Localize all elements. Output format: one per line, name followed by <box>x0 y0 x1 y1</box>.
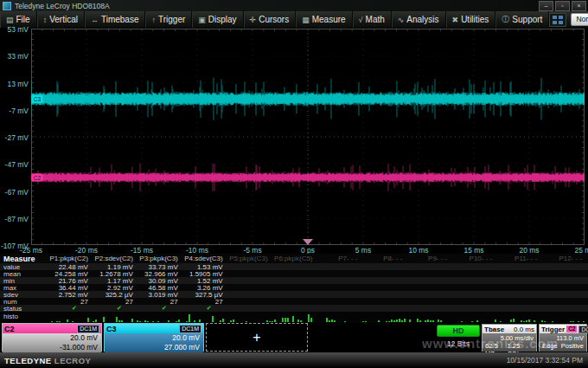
voltage-label: -67 mV <box>0 188 29 197</box>
timebase-header: Tbase 0.0 ms <box>483 325 536 333</box>
voltage-label: 33 mV <box>0 52 29 61</box>
status-check-p4: ✔ <box>184 305 229 312</box>
support-menu-icon: ⓘ <box>502 14 509 25</box>
parameter-header-p9[interactable]: P9- - - <box>408 255 453 262</box>
histo-row: histo <box>0 312 588 323</box>
menu-item-timebase[interactable]: ↔Timebase <box>85 11 146 28</box>
parameter-header-p4[interactable]: P4:sdev(C3) <box>184 255 229 262</box>
menu-item-utilities[interactable]: ✖Utilities <box>446 11 496 28</box>
scope-grid-svg: C3 C2 <box>31 29 585 252</box>
menu-item-math[interactable]: √Math <box>353 11 392 28</box>
channel-descriptor-c3[interactable]: C3 DC1M 20.0 mV 27.000 mV <box>104 323 204 352</box>
brand-lecroy: LECROY <box>54 356 92 365</box>
menu-item-support[interactable]: ⓘSupport <box>495 11 549 28</box>
menu-right-cluster: Norm Gesture ↶ Undo <box>549 12 588 27</box>
timebase-scale: 5.00 ms/div <box>485 334 534 342</box>
parameter-header-p3[interactable]: P3:pkpk(C3) <box>139 255 184 262</box>
descriptor-bar: C2 DC1M 20.0 mV -31.000 mV C3 DC1M 20.0 … <box>0 323 588 352</box>
channel-id-c2: C2 <box>4 325 15 333</box>
resolution-label: 12 Bits <box>437 339 480 348</box>
trigger-mode: Edge <box>542 342 558 350</box>
plus-icon: + <box>252 330 260 345</box>
timebase-offset: 0.0 ms <box>514 326 534 333</box>
parameter-header-p12[interactable]: P12- - - <box>543 255 588 262</box>
parameter-header-p11[interactable]: P11- - - <box>498 255 543 262</box>
trigger-source-badge: C2 <box>566 326 577 332</box>
vertical-scale-c2: 20.0 mV <box>3 333 98 343</box>
menu-bar: ▤File↕Vertical↔Timebase↑Trigger▣Display✛… <box>0 11 588 28</box>
histo-row-label: histo <box>3 313 18 320</box>
vertical-scale-c3: 20.0 mV <box>105 333 200 343</box>
title-bar: Teledyne LeCroy HDO8108A – ▫ × <box>0 0 588 11</box>
trigger-coupling-badge: DC <box>578 326 588 333</box>
parameter-header-p7[interactable]: P7- - - <box>319 255 364 262</box>
menu-item-label: Support <box>512 15 542 24</box>
menu-item-analysis[interactable]: ∿Analysis <box>392 11 446 28</box>
trigger-position-marker[interactable] <box>303 239 313 245</box>
svg-text:C2: C2 <box>34 175 42 181</box>
voltage-label: -87 mV <box>0 215 29 223</box>
math-menu-icon: √ <box>359 16 363 24</box>
grid-layout-icon <box>553 16 563 24</box>
menu-item-label: Display <box>208 15 237 24</box>
close-button[interactable]: × <box>572 1 586 11</box>
menu-item-label: Timebase <box>101 15 139 24</box>
trigger-header: Trigger C2 DC <box>540 325 586 333</box>
menu-item-measure[interactable]: ▦Measure <box>296 11 352 28</box>
trigger-descriptor[interactable]: Trigger C2 DC 113.0 mV Edge Positive <box>539 324 587 352</box>
trigger-slope: Positive <box>561 342 584 350</box>
display-menu-icon: ▣ <box>198 16 206 24</box>
channel-id-c3: C3 <box>106 325 117 333</box>
norm-button[interactable]: Norm <box>571 13 588 26</box>
measure-table: MeasureP1:pkpk(C2)P2:sdev(C2)P3:pkpk(C3)… <box>0 254 588 312</box>
brand-logo: TELEDYNE LECROY <box>0 356 91 365</box>
voltage-label: -47 mV <box>0 160 29 169</box>
menu-item-label: Vertical <box>49 15 78 24</box>
file-menu-icon: ▤ <box>6 16 14 24</box>
status-check-p1: ✔ <box>49 305 94 312</box>
hd-mode-badge[interactable]: HD <box>437 325 480 337</box>
voltage-label: 53 mV <box>0 25 29 34</box>
minimize-button[interactable]: – <box>539 1 553 11</box>
channel-descriptor-c2[interactable]: C2 DC1M 20.0 mV -31.000 mV <box>2 323 102 352</box>
parameter-header-p10[interactable]: P10- - - <box>453 255 498 262</box>
menu-item-label: Math <box>366 15 385 24</box>
measure-menu-icon: ▦ <box>302 16 310 24</box>
offset-c2: -31.000 mV <box>3 343 98 352</box>
svg-text:C3: C3 <box>34 96 42 102</box>
menu-item-cursors[interactable]: ✛Cursors <box>244 11 297 28</box>
menu-item-trigger[interactable]: ↑Trigger <box>145 11 192 28</box>
brand-teledyne: TELEDYNE <box>4 356 52 365</box>
parameter-header-p2[interactable]: P2:sdev(C2) <box>94 255 139 262</box>
add-channel-button[interactable]: + <box>206 323 308 352</box>
menu-items: ▤File↕Vertical↔Timebase↑Trigger▣Display✛… <box>0 11 549 28</box>
menu-item-label: Utilities <box>461 15 489 24</box>
coupling-badge-c2: DC1M <box>77 325 99 333</box>
parameter-header-p6[interactable]: P6:pkpk(C5) <box>274 255 319 262</box>
parameter-header-p1[interactable]: P1:pkpk(C2) <box>49 255 94 262</box>
parameter-header-p8[interactable]: P8- - - <box>363 255 408 262</box>
waveform-display: 53 mV33 mV13 mV-7 mV-27 mV-47 mV-67 mV-8… <box>0 28 588 254</box>
menu-item-display[interactable]: ▣Display <box>192 11 243 28</box>
maximize-button[interactable]: ▫ <box>555 1 570 11</box>
timestamp: 10/15/2017 3:32:54 PM <box>507 356 588 365</box>
menu-item-label: Analysis <box>406 15 438 24</box>
channel-body-c3: 20.0 mV 27.000 mV <box>105 333 203 352</box>
grid-layout-button[interactable] <box>549 13 566 27</box>
utilities-menu-icon: ✖ <box>452 16 459 24</box>
channel-marker-c3[interactable]: C3 <box>32 95 43 103</box>
timebase-body: 5.00 ms/div 62.5 MS 1.25 GS/s <box>483 333 536 352</box>
cursors-menu-icon: ✛ <box>250 16 257 24</box>
parameter-header-p5[interactable]: P5:pkpk(C3) <box>229 255 274 262</box>
timebase-menu-icon: ↔ <box>91 16 99 24</box>
measure-header-row: MeasureP1:pkpk(C2)P2:sdev(C2)P3:pkpk(C3)… <box>0 254 588 263</box>
window-title: Teledyne LeCroy HDO8108A <box>15 2 110 10</box>
offset-c3: 27.000 mV <box>105 343 200 352</box>
measure-row-num: num27272727 <box>0 298 588 305</box>
channel-marker-c2[interactable]: C2 <box>32 173 43 181</box>
histogram-sparklines <box>49 312 585 322</box>
oscilloscope-app: Teledyne LeCroy HDO8108A – ▫ × ▤File↕Ver… <box>0 0 588 368</box>
timebase-descriptor[interactable]: Tbase 0.0 ms 5.00 ms/div 62.5 MS 1.25 GS… <box>482 324 537 352</box>
hd-mode-cluster: HD 12 Bits <box>437 325 480 348</box>
menu-item-vertical[interactable]: ↕Vertical <box>37 11 85 28</box>
